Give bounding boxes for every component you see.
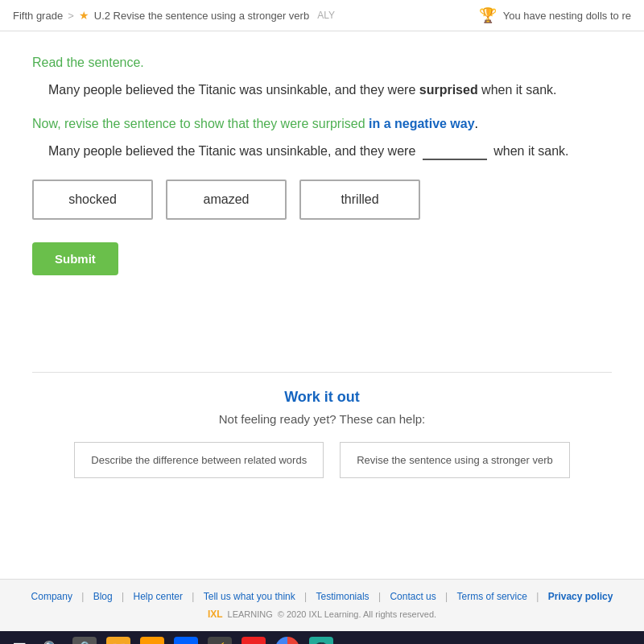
taskbar-app-explorer[interactable]: 📁 <box>106 637 130 644</box>
revise-instruction-bold: in a negative way <box>369 117 475 130</box>
blank-space <box>423 144 487 160</box>
star-icon: ★ <box>79 9 89 22</box>
footer-link-testimonials[interactable]: Testimonials <box>316 591 369 602</box>
notification-text: You have nesting dolls to re <box>503 10 631 22</box>
windows-start-button[interactable]: ⊞ <box>8 638 31 644</box>
footer-learning: LEARNING <box>228 609 273 619</box>
footer-copyright: © 2020 IXL Learning. All rights reserved… <box>278 609 436 619</box>
help-link-related-words[interactable]: Describe the difference between related … <box>74 442 324 478</box>
top-bar-right: 🏆 You have nesting dolls to re <box>479 6 631 24</box>
choice-amazed[interactable]: amazed <box>166 180 287 220</box>
taskbar-app-chrome[interactable] <box>275 637 299 644</box>
footer-brand: IXL LEARNING © 2020 IXL Learning. All ri… <box>16 609 628 620</box>
submit-button[interactable]: Submit <box>32 242 118 275</box>
footer-links: Company | Blog | Help center | Tell us w… <box>16 591 628 602</box>
footer-link-privacy[interactable]: Privacy policy <box>548 591 613 602</box>
ixl-logo: IXL <box>208 609 223 620</box>
breadcrumb-code: ALY <box>317 10 335 21</box>
answer-choices: shocked amazed thrilled <box>32 180 612 220</box>
taskbar-app-misc2[interactable]: 🌑 <box>309 637 333 644</box>
choice-shocked[interactable]: shocked <box>32 180 153 220</box>
breadcrumb-grade[interactable]: Fifth grade <box>13 10 63 22</box>
taskbar-search-icon[interactable]: 🔍 <box>40 638 63 644</box>
original-sentence: Many people believed the Titanic was uns… <box>48 83 612 97</box>
footer-link-help[interactable]: Help center <box>134 591 183 602</box>
breadcrumb-lesson[interactable]: U.2 Revise the sentence using a stronger… <box>94 10 309 22</box>
original-sentence-before: Many people believed the Titanic was uns… <box>48 83 419 97</box>
original-sentence-after: when it sank. <box>478 83 557 97</box>
taskbar: ⊞ 🔍 🔒 📁 a ❖ ⚡ R 🌑 <box>0 631 644 644</box>
work-it-out-title: Work it out <box>32 389 612 406</box>
footer-link-contact[interactable]: Contact us <box>390 591 436 602</box>
top-navigation-bar: Fifth grade > ★ U.2 Revise the sentence … <box>0 0 644 31</box>
work-it-out-subtitle: Not feeling ready yet? These can help: <box>32 412 612 426</box>
taskbar-app-lock[interactable]: 🔒 <box>72 637 97 644</box>
breadcrumb: Fifth grade > ★ U.2 Revise the sentence … <box>13 9 335 22</box>
taskbar-app-amazon[interactable]: a <box>140 637 164 644</box>
footer: Company | Blog | Help center | Tell us w… <box>0 579 644 631</box>
revise-instruction-green: Now, revise the sentence to show that th… <box>32 117 369 130</box>
revise-instruction: Now, revise the sentence to show that th… <box>32 117 612 131</box>
fill-sentence-after: when it sank. <box>490 144 569 158</box>
work-it-out-section: Work it out Not feeling ready yet? These… <box>32 372 612 478</box>
footer-link-blog[interactable]: Blog <box>93 591 113 602</box>
fill-sentence-before: Many people believed the Titanic was uns… <box>48 144 419 158</box>
breadcrumb-separator: > <box>68 10 74 22</box>
footer-link-terms[interactable]: Terms of service <box>457 591 527 602</box>
help-links: Describe the difference between related … <box>32 442 612 478</box>
help-link-stronger-verb[interactable]: Revise the sentence using a stronger ver… <box>340 442 570 478</box>
read-instruction: Read the sentence. <box>32 56 612 70</box>
footer-link-feedback[interactable]: Tell us what you think <box>204 591 295 602</box>
taskbar-app-roblox[interactable]: R <box>242 637 266 644</box>
revise-instruction-end: . <box>475 117 478 130</box>
trophy-icon: 🏆 <box>479 6 497 24</box>
main-content: Read the sentence. Many people believed … <box>0 31 644 579</box>
taskbar-app-dropbox[interactable]: ❖ <box>174 637 198 644</box>
footer-link-company[interactable]: Company <box>31 591 72 602</box>
taskbar-app-misc1[interactable]: ⚡ <box>208 637 232 644</box>
original-sentence-bold: surprised <box>419 83 478 97</box>
choice-thrilled[interactable]: thrilled <box>299 180 420 220</box>
fill-in-sentence: Many people believed the Titanic was uns… <box>48 144 612 160</box>
